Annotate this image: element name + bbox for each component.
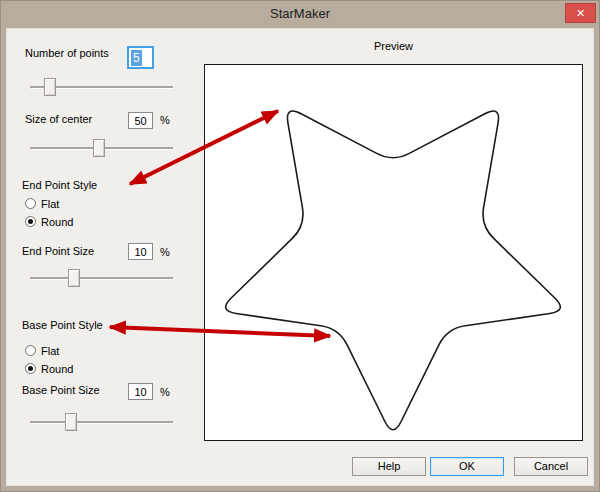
star-shape [205,65,582,440]
slider-thumb[interactable] [93,139,105,157]
radio-circle-icon [25,216,36,227]
end-point-style-round-radio[interactable]: Round [25,215,73,228]
help-button[interactable]: Help [352,457,426,476]
size-of-center-slider[interactable] [30,139,173,157]
radio-label: Round [41,216,73,228]
size-of-center-input[interactable]: 50 [128,112,153,129]
size-of-center-value: 50 [134,115,146,127]
end-point-size-slider[interactable] [30,269,173,287]
slider-track[interactable] [30,421,173,423]
number-of-points-slider[interactable] [30,78,173,96]
base-point-size-slider[interactable] [30,413,173,431]
starmaker-dialog: StarMaker ✕ Number of points 5 Size of c… [0,0,600,492]
radio-circle-icon [25,198,36,209]
end-point-style-label: End Point Style [22,179,97,191]
cancel-button[interactable]: Cancel [514,457,588,476]
window-title: StarMaker [0,6,600,21]
base-point-style-flat-radio[interactable]: Flat [25,344,59,357]
radio-circle-icon [25,345,36,356]
slider-track[interactable] [30,277,173,279]
end-point-size-input[interactable]: 10 [128,243,153,260]
number-of-points-label: Number of points [25,47,109,59]
slider-thumb[interactable] [68,269,80,287]
slider-thumb[interactable] [65,413,77,431]
base-point-style-label: Base Point Style [22,319,103,331]
preview-canvas [204,64,583,441]
base-point-size-label: Base Point Size [22,384,100,396]
close-icon: ✕ [576,7,585,19]
title-bar[interactable]: StarMaker ✕ [0,0,600,28]
number-of-points-value: 5 [131,50,142,66]
ok-button[interactable]: OK [430,457,504,476]
end-point-size-unit: % [160,246,170,258]
radio-label: Flat [41,345,59,357]
size-of-center-label: Size of center [25,113,92,125]
base-point-style-round-radio[interactable]: Round [25,362,73,375]
radio-label: Flat [41,198,59,210]
size-of-center-unit: % [160,114,170,126]
radio-circle-icon [25,363,36,374]
slider-thumb[interactable] [44,78,56,96]
close-button[interactable]: ✕ [565,3,596,23]
radio-label: Round [41,363,73,375]
base-point-size-input[interactable]: 10 [128,383,153,400]
base-point-size-unit: % [160,386,170,398]
base-point-size-value: 10 [134,386,146,398]
end-point-size-value: 10 [134,246,146,258]
dialog-content: Number of points 5 Size of center 50 % E… [6,28,594,486]
number-of-points-input[interactable]: 5 [127,46,154,69]
preview-label: Preview [204,40,583,52]
end-point-size-label: End Point Size [22,245,94,257]
end-point-style-flat-radio[interactable]: Flat [25,197,59,210]
